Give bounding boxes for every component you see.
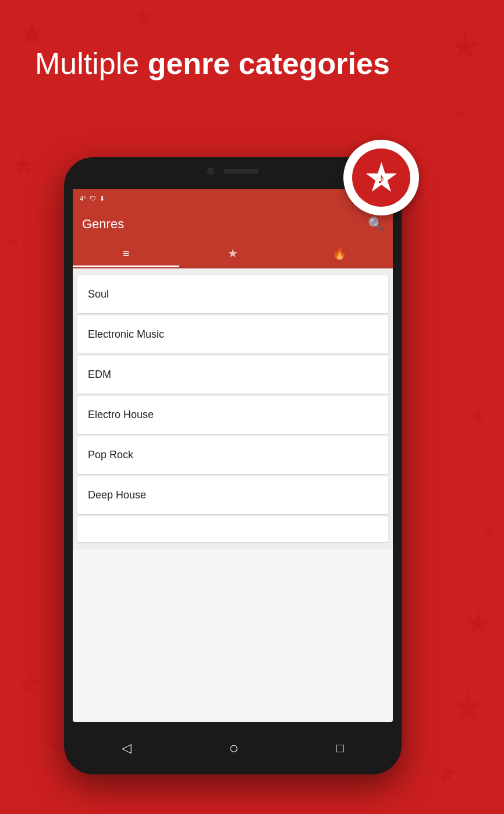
phone-screen: 4° 🛡 ⬇ ▾ ▮ 🔋 18 Genres 🔍 ≡ bbox=[73, 189, 393, 722]
phone-camera bbox=[207, 168, 214, 175]
app-bar: Genres 🔍 bbox=[73, 208, 393, 240]
fire-icon: 🔥 bbox=[332, 246, 347, 260]
genre-item-deep-house[interactable]: Deep House bbox=[77, 476, 388, 514]
genre-name: Electro House bbox=[88, 409, 154, 420]
app-logo-inner: ★ ♪ bbox=[352, 148, 410, 207]
headline: Multiple genre categories bbox=[35, 47, 469, 82]
genre-item-edm[interactable]: EDM bbox=[77, 356, 388, 394]
tab-favorites[interactable]: ★ bbox=[179, 239, 286, 267]
genre-name: EDM bbox=[88, 369, 111, 380]
recents-button[interactable]: □ bbox=[336, 741, 344, 756]
back-button[interactable]: ◁ bbox=[122, 741, 132, 756]
genre-name: Pop Rock bbox=[88, 449, 133, 461]
genre-list: Soul Electronic Music EDM Electro House … bbox=[73, 268, 393, 549]
app-logo-badge: ★ ♪ bbox=[343, 140, 419, 215]
tab-trending[interactable]: 🔥 bbox=[286, 239, 393, 267]
headline-regular: Multiple bbox=[35, 47, 148, 80]
list-icon: ≡ bbox=[123, 247, 130, 260]
genre-name: Deep House bbox=[88, 489, 146, 501]
genre-name: Soul bbox=[88, 288, 109, 300]
app-bar-title: Genres bbox=[82, 217, 124, 232]
genre-item-soul[interactable]: Soul bbox=[77, 275, 388, 313]
phone-mockup: ★ ♪ 4° 🛡 ⬇ ▾ ▮ 🔋 18 bbox=[64, 157, 402, 774]
badge-music-icon: ♪ bbox=[378, 169, 385, 187]
headline-bold: genre categories bbox=[148, 47, 390, 80]
status-temp: 4° bbox=[80, 195, 86, 202]
phone-body: ★ ♪ 4° 🛡 ⬇ ▾ ▮ 🔋 18 bbox=[64, 157, 402, 774]
genre-name: Electronic Music bbox=[88, 328, 164, 340]
phone-speaker bbox=[223, 169, 258, 174]
status-download-icon: ⬇ bbox=[100, 195, 105, 203]
status-left: 4° 🛡 ⬇ bbox=[80, 195, 105, 203]
status-bar: 4° 🛡 ⬇ ▾ ▮ 🔋 18 bbox=[73, 189, 393, 208]
status-shield-icon: 🛡 bbox=[90, 195, 96, 202]
tab-all[interactable]: ≡ bbox=[73, 239, 179, 267]
genre-item-electronic-music[interactable]: Electronic Music bbox=[77, 316, 388, 353]
star-icon: ★ bbox=[228, 246, 238, 260]
genre-item-pop-rock[interactable]: Pop Rock bbox=[77, 436, 388, 474]
genre-item-more[interactable] bbox=[77, 516, 388, 542]
phone-hardware-top bbox=[207, 168, 258, 175]
search-icon[interactable]: 🔍 bbox=[368, 217, 384, 232]
tab-bar: ≡ ★ 🔥 bbox=[73, 240, 393, 268]
genre-item-electro-house[interactable]: Electro House bbox=[77, 396, 388, 434]
phone-bottom-nav: ◁ ○ □ bbox=[73, 722, 393, 774]
home-button[interactable]: ○ bbox=[229, 739, 239, 758]
